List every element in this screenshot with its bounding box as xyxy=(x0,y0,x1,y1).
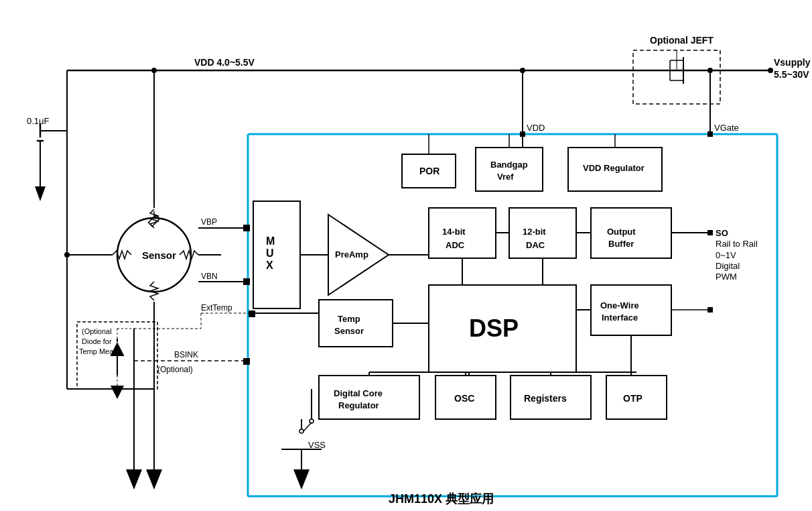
rail-to-rail-label: Rail to Rail xyxy=(716,239,758,249)
temp-sensor-label: Temp xyxy=(338,314,360,324)
vdd-label: VDD xyxy=(527,123,545,133)
bandgap-label: Bandgap xyxy=(490,160,528,170)
svg-line-59 xyxy=(303,422,312,431)
subtitle-label: JHM110X 典型应用 xyxy=(389,492,494,506)
vsupply-label: Vsupply xyxy=(774,57,811,68)
registers-label: Registers xyxy=(524,393,567,404)
vref-label: Vref xyxy=(497,172,514,182)
vbn-label: VBN xyxy=(201,272,218,281)
svg-marker-19 xyxy=(35,186,46,201)
adc-label: 14-bit xyxy=(442,227,466,237)
vsupply-range-label: 5.5~30V xyxy=(774,69,809,80)
output-buffer2-label: Buffer xyxy=(608,239,634,249)
svg-text:M: M xyxy=(266,235,275,247)
svg-marker-69 xyxy=(146,469,162,490)
vbp-connector xyxy=(243,225,250,231)
svg-text:U: U xyxy=(266,247,274,259)
diode-for-label: Diode for xyxy=(82,337,112,345)
digital-core-label: Digital Core xyxy=(334,388,383,398)
digital-label: Digital xyxy=(716,261,740,271)
dac-label: 12-bit xyxy=(523,227,546,237)
bsink-connector xyxy=(243,358,250,365)
pwm-label: PWM xyxy=(716,272,737,282)
svg-marker-78 xyxy=(111,386,124,399)
zero-1v-label: 0~1V xyxy=(716,250,736,260)
mux-box xyxy=(253,201,300,308)
osc-label: OSC xyxy=(454,393,474,404)
svg-text:X: X xyxy=(266,260,273,271)
adc2-label: ADC xyxy=(446,240,465,250)
svg-point-12 xyxy=(707,68,713,73)
dac2-label: DAC xyxy=(526,240,545,250)
otp-label: OTP xyxy=(623,393,642,404)
svg-rect-39 xyxy=(520,131,525,137)
svg-point-10 xyxy=(520,68,525,73)
svg-marker-67 xyxy=(126,469,142,490)
vgate-label: VGate xyxy=(714,123,739,133)
svg-point-26 xyxy=(151,68,157,73)
preamp-label: PreAmp xyxy=(335,249,368,260)
exttemp-connector xyxy=(249,310,255,317)
vbn-connector xyxy=(243,278,250,285)
so-label: SO xyxy=(716,228,728,238)
svg-rect-94 xyxy=(707,307,713,313)
svg-marker-56 xyxy=(293,469,310,490)
svg-point-58 xyxy=(299,429,303,433)
vdd-reg-label: VDD Regulator xyxy=(583,163,645,173)
por-label: POR xyxy=(419,166,439,176)
temp-sensor2-label: Sensor xyxy=(334,326,364,336)
optional-jeft-label: Optional JEFT xyxy=(650,35,714,46)
svg-point-1 xyxy=(768,68,773,73)
bsink-label: BSINK xyxy=(174,350,198,359)
interface-label: Interface xyxy=(602,313,638,323)
temp-meas-label: Temp Meas) xyxy=(79,347,120,355)
regulator-label: Regulator xyxy=(338,400,379,410)
capacitor-label: 0.1μF xyxy=(27,116,50,126)
dsp-label: DSP xyxy=(469,315,519,342)
svg-rect-92 xyxy=(707,131,713,137)
one-wire-label: One-Wire xyxy=(600,300,639,310)
svg-point-29 xyxy=(64,252,70,258)
output-buffer-label: Output xyxy=(607,227,636,237)
vdd-rail-label: VDD 4.0~5.5V xyxy=(194,57,255,68)
exttemp-label: ExtTemp xyxy=(201,303,232,313)
optional-bsink-label: (Optional) xyxy=(157,365,193,374)
optional-diode-label: (Optional xyxy=(82,327,112,335)
diagram-container: VDD 4.0~5.5V Vsupply 5.5~30V Optional JE… xyxy=(0,0,812,511)
vbp-label: VBP xyxy=(201,217,217,227)
sensor-label: Sensor xyxy=(142,249,176,261)
vss-label: VSS xyxy=(308,440,326,450)
